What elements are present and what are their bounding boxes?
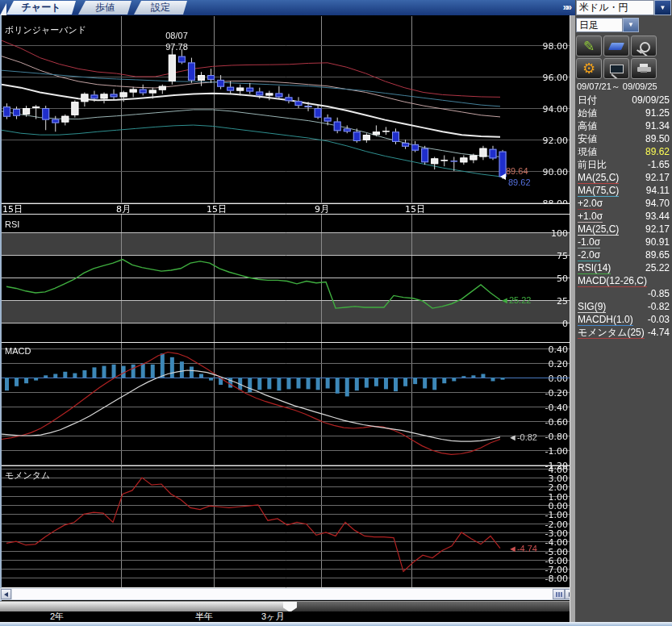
quote-row-label: RSI(14) xyxy=(578,262,611,274)
quote-row: +2.0σ94.70 xyxy=(575,198,672,211)
quote-row: -1.0σ90.91 xyxy=(575,236,672,249)
quote-row-value: 92.17 xyxy=(645,223,670,235)
scrollbar-thumb[interactable] xyxy=(553,589,565,599)
quote-row-value: -1.65 xyxy=(648,159,670,170)
currency-pair-dropdown-button[interactable] xyxy=(654,0,671,15)
quote-row-label: +1.0σ xyxy=(578,211,603,223)
quote-row-value: -0.03 xyxy=(648,314,670,325)
quote-row: MACD(12-26,C) xyxy=(575,275,672,288)
quote-row-label: MA(25,C) xyxy=(578,223,619,236)
left-arrow-icon xyxy=(4,592,8,597)
quote-row-value: 94.70 xyxy=(645,198,670,209)
pencil-button[interactable] xyxy=(576,35,602,56)
quote-row-label: 安値 xyxy=(578,133,597,144)
quote-row: MA(75,C)94.11 xyxy=(575,185,672,198)
quote-row-value: 93.44 xyxy=(645,211,670,222)
quote-row-value: 89.65 xyxy=(645,249,670,261)
quote-row: -2.0σ89.65 xyxy=(575,249,672,262)
quote-row-label: 高値 xyxy=(578,120,597,131)
tab-bar: チャート歩値設定 »» xyxy=(0,0,575,16)
scroll-left-button[interactable] xyxy=(1,589,11,599)
tab-2[interactable]: 歩値 xyxy=(78,1,131,15)
range-preset-2年[interactable]: 2年 xyxy=(50,611,64,622)
tab-1[interactable]: チャート xyxy=(6,1,76,15)
last-value-marker: 89.64 xyxy=(506,166,528,176)
interval-select[interactable]: 日足 xyxy=(576,18,623,32)
quote-row-label: -1.0σ xyxy=(578,236,600,248)
panel-title-bollinger: ボリンジャーバンド xyxy=(5,24,86,36)
peak-annotation-date: 08/07 xyxy=(155,31,198,40)
peak-annotation-price: 97.78 xyxy=(155,42,198,52)
quote-row-value: 91.34 xyxy=(645,120,670,131)
panel-title-rsi: RSI xyxy=(5,219,19,229)
tab-overflow-icon[interactable]: »» xyxy=(563,2,570,13)
quote-row: 始値91.25 xyxy=(575,107,672,120)
quote-row-value: -0.85 xyxy=(648,288,670,299)
quote-row-label: 現値 xyxy=(578,146,597,157)
print-button[interactable] xyxy=(631,58,657,79)
quote-row-value: 92.17 xyxy=(645,172,670,183)
quote-row: 現値89.62 xyxy=(575,146,672,159)
quote-row: MA(25,C)92.17 xyxy=(575,172,672,185)
panel-splitter[interactable] xyxy=(570,15,575,622)
tab-3[interactable]: 設定 xyxy=(134,1,187,15)
zoom-disabled-button[interactable] xyxy=(631,35,657,56)
quote-row: MA(25,C)92.17 xyxy=(575,223,672,236)
last-value-marker: ◄-4.74 xyxy=(508,544,537,553)
quote-row-label: SIG(9) xyxy=(578,301,606,313)
quote-row: 高値91.34 xyxy=(575,120,672,133)
quote-row-label: MA(25,C) xyxy=(578,172,619,184)
quote-row-label: -2.0σ xyxy=(578,249,600,261)
quote-row: MACDH(1.0)-0.03 xyxy=(575,314,672,327)
quote-row-value: -4.74 xyxy=(648,327,670,338)
price-arrow-icon xyxy=(500,173,506,180)
panel-title-macd: MACD xyxy=(5,346,31,356)
range-preset-半年[interactable]: 半年 xyxy=(195,611,213,622)
currency-pair-select[interactable]: 米ドル・円 xyxy=(576,0,654,15)
gear-icon xyxy=(582,61,595,76)
horizontal-scrollbar xyxy=(0,588,575,600)
quote-row: RSI(14)25.22 xyxy=(575,262,672,275)
quote-row: 日付09/09/25 xyxy=(575,94,672,107)
quote-row: 安値89.50 xyxy=(575,133,672,146)
quote-row-label: 前日比 xyxy=(578,159,607,170)
panel-title-momentum: モメンタム xyxy=(5,470,50,482)
quote-row-value: -0.82 xyxy=(648,301,670,312)
quote-row: -0.85 xyxy=(575,288,672,301)
time-range-slider[interactable] xyxy=(0,601,575,612)
quote-panel: 米ドル・円 日足 09/07/21～ 09/09/25 日付09/09/25始値… xyxy=(575,0,672,626)
eraser-button[interactable] xyxy=(603,35,629,56)
quote-row-value: 94.11 xyxy=(646,185,670,196)
interval-dropdown-button[interactable] xyxy=(623,18,639,32)
grip-icon xyxy=(556,592,557,597)
window-disabled-button[interactable] xyxy=(603,58,629,79)
quote-row: 前日比-1.65 xyxy=(575,159,672,172)
date-range-label: 09/07/21～ 09/09/25 xyxy=(577,81,670,93)
quote-row-value: 89.62 xyxy=(645,146,670,157)
quote-row: +1.0σ93.44 xyxy=(575,211,672,223)
quote-row-label: 始値 xyxy=(578,107,597,119)
tab-strip-notch xyxy=(0,3,6,15)
printer-icon xyxy=(637,64,651,73)
quote-row-value: 09/09/25 xyxy=(632,94,670,106)
last-value-marker: ◄25.22 xyxy=(500,295,531,305)
quote-row-value: 25.22 xyxy=(645,262,670,273)
quote-row-label: MACD(12-26,C) xyxy=(578,275,647,287)
quote-row-label: MACDH(1.0) xyxy=(578,314,633,326)
scrollbar-track[interactable] xyxy=(12,589,553,599)
last-value-marker: ◄-0.82 xyxy=(508,432,537,442)
quote-row-value: 89.50 xyxy=(645,133,670,144)
chart-canvas xyxy=(2,16,570,588)
window-slash-icon xyxy=(610,65,624,73)
chart-frame xyxy=(0,15,2,626)
quote-row-label: MA(75,C) xyxy=(578,185,619,197)
chart-region: ボリンジャーバンド RSI MACD モメンタム 08/07 97.78 89.… xyxy=(0,15,570,626)
last-value-marker: 89.62 xyxy=(508,177,531,187)
range-preset-3ヶ月[interactable]: 3ヶ月 xyxy=(261,611,284,622)
quote-row-label: 日付 xyxy=(578,94,597,106)
quote-row-label: モメンタム(25) xyxy=(578,327,645,339)
quote-row-value: 91.25 xyxy=(645,107,670,119)
magnifier-slash-icon xyxy=(638,40,650,52)
settings-button[interactable] xyxy=(576,58,602,79)
range-preset-labels: 2年半年3ヶ月 xyxy=(0,611,575,622)
